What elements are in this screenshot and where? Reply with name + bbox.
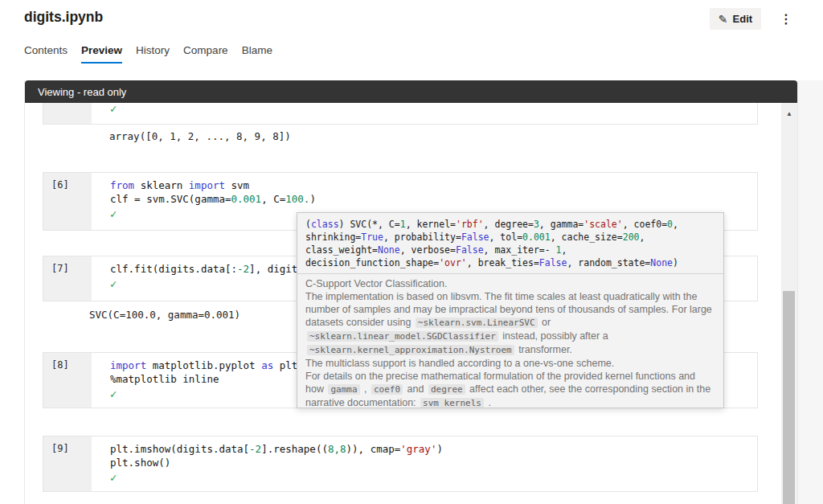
file-preview-page: digits.ipynb ✎ Edit ⋮ Contents Preview H… bbox=[0, 0, 823, 504]
notebook-cell-9: [9] plt.imshow(digits.data[-2].reshape((… bbox=[43, 436, 758, 492]
tab-compare[interactable]: Compare bbox=[183, 44, 228, 64]
tab-contents[interactable]: Contents bbox=[24, 44, 68, 64]
doc-paragraph: The multiclass support is handled accord… bbox=[305, 357, 715, 370]
code-line: %matplotlib inline bbox=[110, 372, 297, 386]
code-line: plt.show() bbox=[110, 456, 443, 469]
doc-paragraph: C-Support Vector Classification. bbox=[305, 277, 715, 290]
vertical-scrollbar[interactable]: ▲ bbox=[781, 103, 797, 504]
cell-code: from sklearn import svm clf = svm.SVC(ga… bbox=[92, 173, 316, 230]
signature-line: decision_function_shape='ovr', break_tie… bbox=[305, 256, 715, 269]
signature-line: class_weight=None, verbose=False, max_it… bbox=[305, 244, 715, 256]
cell-exec-count: [8] bbox=[43, 353, 92, 408]
success-check-icon: ✓ bbox=[110, 206, 316, 222]
notebook-cell-partial: ✓ bbox=[43, 103, 758, 125]
scroll-up-button[interactable]: ▲ bbox=[781, 108, 797, 119]
code-line: import matplotlib.pyplot as plt bbox=[110, 359, 297, 372]
code-line: clf = svm.SVC(gamma=0.001, C=100.) bbox=[110, 192, 316, 206]
tab-blame[interactable]: Blame bbox=[242, 44, 272, 64]
doc-paragraph: For details on the precise mathematical … bbox=[305, 370, 715, 408]
edit-button[interactable]: ✎ Edit bbox=[710, 8, 761, 30]
tab-history[interactable]: History bbox=[136, 44, 170, 64]
tab-preview[interactable]: Preview bbox=[81, 44, 122, 64]
cell-output: array([0, 1, 2, ..., 8, 9, 8]) bbox=[109, 130, 291, 142]
success-check-icon: ✓ bbox=[110, 469, 443, 486]
pencil-icon: ✎ bbox=[719, 14, 728, 25]
cell-exec-count: [9] bbox=[43, 436, 92, 491]
tooltip-docstring: C-Support Vector Classification. The imp… bbox=[297, 273, 723, 408]
background-strip bbox=[798, 80, 823, 504]
cell-output: SVC(C=100.0, gamma=0.001) bbox=[89, 309, 240, 321]
tooltip-signature: (class) SVC(*, C=1, kernel='rbf', degree… bbox=[297, 213, 723, 273]
doc-paragraph: The implementation is based on libsvm. T… bbox=[305, 290, 715, 357]
cell-code: clf.fit(digits.data[:-2], digits.t ✓ bbox=[92, 256, 316, 301]
notebook-scroll-area: ✓ array([0, 1, 2, ..., 8, 9, 8]) [6] fro… bbox=[25, 103, 797, 504]
edit-button-label: Edit bbox=[733, 13, 753, 25]
scrollbar-thumb[interactable] bbox=[783, 291, 795, 504]
hover-doc-tooltip: (class) SVC(*, C=1, kernel='rbf', degree… bbox=[297, 212, 724, 408]
code-line: from sklearn import svm bbox=[110, 178, 316, 192]
cell-exec-count: [7] bbox=[43, 256, 92, 301]
success-check-icon: ✓ bbox=[110, 276, 316, 292]
cell-exec-count bbox=[43, 103, 92, 124]
cell-exec-count: [6] bbox=[43, 173, 92, 230]
success-check-icon: ✓ bbox=[110, 103, 117, 117]
cell-code: import matplotlib.pyplot as plt %matplot… bbox=[92, 353, 297, 408]
more-options-button[interactable]: ⋮ bbox=[778, 8, 794, 30]
signature-line: shrinking=True, probability=False, tol=0… bbox=[305, 231, 715, 244]
readonly-banner: Viewing - read only bbox=[25, 80, 797, 103]
code-line: plt.imshow(digits.data[-2].reshape((8,8)… bbox=[110, 442, 443, 456]
more-options-icon: ⋮ bbox=[780, 11, 792, 27]
scroll-up-icon: ▲ bbox=[786, 110, 792, 117]
cell-code: plt.imshow(digits.data[-2].reshape((8,8)… bbox=[92, 436, 443, 491]
success-check-icon: ✓ bbox=[110, 386, 297, 402]
tab-bar: Contents Preview History Compare Blame bbox=[24, 44, 272, 64]
notebook-preview-panel: Viewing - read only ✓ array([0, 1, 2, ..… bbox=[24, 80, 798, 504]
page-title: digits.ipynb bbox=[24, 9, 103, 26]
code-line: clf.fit(digits.data[:-2], digits.t bbox=[110, 262, 316, 276]
cell-code: ✓ bbox=[92, 103, 117, 124]
signature-line: (class) SVC(*, C=1, kernel='rbf', degree… bbox=[305, 218, 715, 231]
